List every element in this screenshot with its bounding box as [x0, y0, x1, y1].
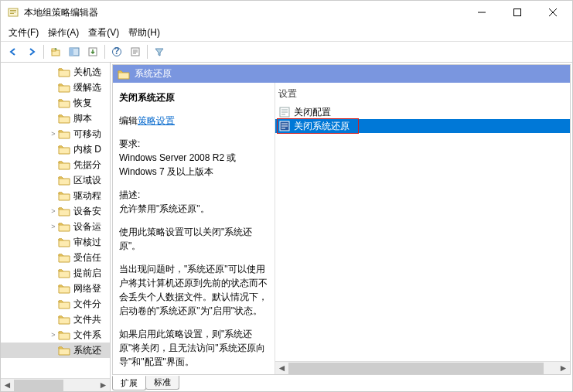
scroll-thumb[interactable] [288, 363, 544, 374]
tree-item[interactable]: 缓解选 [1, 80, 110, 95]
svg-rect-1 [10, 10, 16, 11]
titlebar: 本地组策略编辑器 [1, 1, 572, 24]
tree-item[interactable]: >文件系 [1, 327, 110, 343]
scroll-left-button[interactable]: ◄ [1, 380, 14, 391]
folder-icon [58, 82, 70, 93]
close-button[interactable] [535, 1, 571, 24]
setting-item[interactable]: 关闭配置 [275, 105, 570, 119]
properties-button[interactable] [127, 43, 144, 60]
tree-item-label: 脚本 [73, 112, 92, 125]
tree-item[interactable]: >可移动 [1, 126, 110, 141]
scroll-right-button[interactable]: ► [557, 363, 570, 374]
expander-icon[interactable]: > [49, 130, 58, 138]
expander-icon[interactable]: > [49, 207, 58, 215]
tree-item[interactable]: >设备运 [1, 219, 110, 234]
svg-rect-3 [10, 13, 14, 14]
tree-item-label: 可移动 [73, 128, 101, 141]
scroll-track[interactable] [288, 363, 557, 374]
menu-action[interactable]: 操作(A) [43, 25, 84, 41]
scroll-left-button[interactable]: ◄ [275, 363, 288, 374]
folder-icon [58, 298, 70, 309]
filter-button[interactable] [151, 43, 168, 60]
expander-icon[interactable]: > [49, 223, 58, 230]
expander-icon[interactable]: > [49, 331, 58, 339]
tab-extended[interactable]: 扩展 [112, 376, 146, 390]
tree-item[interactable]: 文件分 [1, 296, 110, 312]
tree-item-label: 缓解选 [73, 81, 101, 94]
tab-standard[interactable]: 标准 [145, 376, 179, 390]
tree-item[interactable]: 恢复 [1, 95, 110, 111]
toolbar: ? [1, 41, 572, 63]
tree-item-label: 文件共 [73, 313, 101, 326]
settings-list[interactable]: 关闭配置关闭系统还原 [275, 105, 570, 361]
settings-pane: 设置 关闭配置关闭系统还原 ◄ ► [275, 83, 570, 374]
settings-header: 设置 [275, 83, 570, 105]
folder-icon [58, 113, 70, 124]
scroll-thumb[interactable] [14, 380, 63, 391]
tree-item-label: 网络登 [73, 282, 101, 295]
scroll-right-button[interactable]: ► [97, 380, 110, 391]
tree-hscrollbar[interactable]: ◄ ► [1, 378, 110, 391]
folder-icon [58, 268, 70, 278]
settings-hscrollbar[interactable]: ◄ ► [275, 361, 570, 374]
svg-rect-2 [10, 12, 16, 12]
menu-file[interactable]: 文件(F) [4, 25, 43, 41]
forward-button[interactable] [23, 43, 40, 60]
toolbar-separator [43, 45, 44, 59]
setting-label: 关闭配置 [294, 106, 331, 119]
detail-split: 关闭系统还原 编辑策略设置 要求: Windows Server 2008 R2… [113, 83, 570, 374]
folder-icon [58, 159, 70, 170]
up-button[interactable] [47, 43, 64, 60]
description-pane: 关闭系统还原 编辑策略设置 要求: Windows Server 2008 R2… [113, 83, 275, 374]
tree-item[interactable]: 提前启 [1, 265, 110, 281]
tree-item-label: 驱动程 [73, 189, 101, 203]
tree-item[interactable]: 区域设 [1, 172, 110, 188]
minimize-button[interactable] [464, 1, 500, 24]
folder-icon [58, 283, 70, 294]
back-button[interactable] [5, 43, 22, 60]
policy-icon [278, 120, 291, 132]
description-text-3: 当出现问题时，"系统还原"可以使用户将其计算机还原到先前的状态而不会丢失个人数据… [119, 262, 268, 318]
folder-icon [58, 175, 70, 186]
tree-item-label: 内核 D [73, 143, 101, 156]
tree-item-label: 区域设 [73, 174, 101, 187]
help-button[interactable]: ? [108, 43, 125, 60]
tree-item[interactable]: 文件共 [1, 312, 110, 327]
folder-icon [58, 221, 70, 232]
export-button[interactable] [84, 43, 101, 60]
folder-icon [58, 66, 70, 77]
folder-icon [58, 252, 70, 263]
toolbar-separator [104, 45, 105, 59]
tree-item[interactable]: 系统还 [1, 343, 110, 358]
requirements: 要求: Windows Server 2008 R2 或 Windows 7 及… [119, 137, 268, 179]
right-pane: 系统还原 关闭系统还原 编辑策略设置 要求: Windows Server 20… [111, 63, 572, 391]
folder-icon [58, 329, 70, 340]
menu-help[interactable]: 帮助(H) [124, 25, 165, 41]
tree-item[interactable]: 关机选 [1, 64, 110, 80]
tree-list[interactable]: 关机选缓解选恢复脚本>可移动内核 D凭据分区域设驱动程>设备安>设备运审核过受信… [1, 63, 110, 378]
window-controls [464, 1, 571, 24]
category-header: 系统还原 [113, 65, 570, 83]
scroll-track[interactable] [14, 380, 97, 391]
tree-item[interactable]: 受信任 [1, 250, 110, 265]
menu-view[interactable]: 查看(V) [84, 25, 124, 41]
svg-rect-11 [70, 48, 73, 56]
folder-icon [58, 190, 70, 201]
tree-item[interactable]: 网络登 [1, 281, 110, 296]
maximize-button[interactable] [500, 1, 535, 24]
setting-item[interactable]: 关闭系统还原 [275, 119, 570, 133]
tree-pane: 关机选缓解选恢复脚本>可移动内核 D凭据分区域设驱动程>设备安>设备运审核过受信… [1, 63, 111, 391]
tree-item[interactable]: 审核过 [1, 234, 110, 250]
tree-item[interactable]: >设备安 [1, 203, 110, 219]
edit-policy-link[interactable]: 策略设置 [138, 115, 175, 126]
folder-icon [58, 128, 70, 139]
tree-item[interactable]: 脚本 [1, 111, 110, 126]
tree-item[interactable]: 内核 D [1, 141, 110, 157]
svg-text:?: ? [114, 46, 119, 56]
tree-item[interactable]: 驱动程 [1, 188, 110, 203]
folder-icon [118, 69, 130, 80]
show-hide-tree-button[interactable] [66, 43, 83, 60]
category-title: 系统还原 [135, 67, 172, 80]
description-text-2: 使用此策略设置可以关闭"系统还原"。 [119, 225, 268, 253]
tree-item[interactable]: 凭据分 [1, 157, 110, 172]
